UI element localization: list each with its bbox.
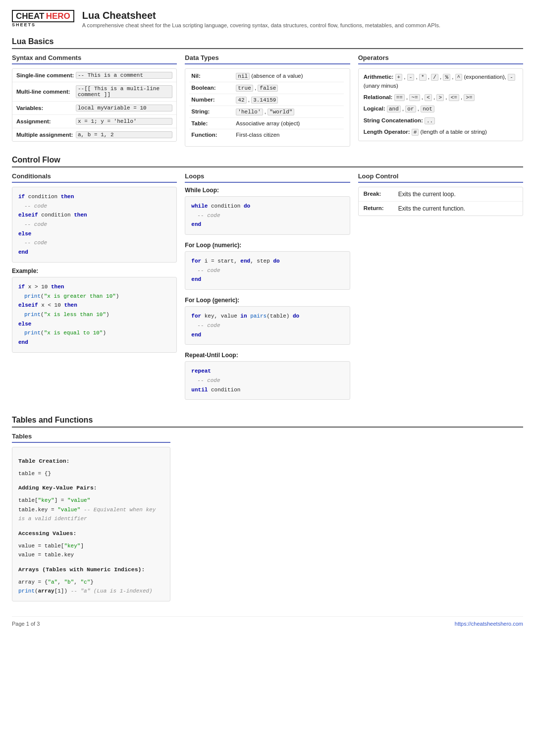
page-title: Lua Cheatsheet bbox=[82, 10, 440, 21]
tables-content: Table Creation: table = {} Adding Key-Va… bbox=[12, 447, 170, 601]
while-code: while condition do -- code end bbox=[185, 196, 350, 235]
for-num-code: for i = start, end, step do -- code end bbox=[185, 251, 350, 290]
syntax-row-multiline: Multi-line comment: --[[ This is a multi… bbox=[12, 82, 176, 102]
dt-number: Number: 42 , 3.14159 bbox=[189, 94, 343, 106]
syntax-comments-label: Syntax and Comments bbox=[12, 54, 177, 64]
op-length: Length Operator: # (length of a table or… bbox=[364, 128, 518, 137]
lua-basics-title: Lua Basics bbox=[12, 37, 523, 49]
loop-control-label: Loop Control bbox=[358, 172, 523, 183]
lua-basics-grid: Syntax and Comments Single-line comment:… bbox=[12, 54, 523, 147]
for-generic-loop: For Loop (generic): for key, value in pa… bbox=[185, 297, 350, 345]
logo-cheat: CHEAT bbox=[16, 11, 44, 21]
while-label: While Loop: bbox=[185, 187, 350, 194]
op-logical: Logical: and , or , not bbox=[364, 105, 518, 113]
logo-hero: HERO bbox=[46, 11, 70, 21]
lc-break: Break: Exits the current loop. bbox=[359, 187, 523, 202]
dt-nil: Nil: nil (absence of a value) bbox=[189, 70, 343, 82]
syntax-comments-col: Syntax and Comments Single-line comment:… bbox=[12, 54, 177, 147]
repeat-loop: Repeat-Until Loop: repeat -- code until … bbox=[185, 352, 350, 400]
loop-control-col: Loop Control Break: Exits the current lo… bbox=[358, 172, 523, 407]
syntax-row-variables: Variables: local myVariable = 10 bbox=[12, 102, 176, 115]
header-text: Lua Cheatsheet A comprehensive cheat she… bbox=[82, 10, 440, 28]
example-label: Example: bbox=[12, 268, 177, 274]
conditionals-col: Conditionals if condition then -- code e… bbox=[12, 172, 177, 407]
page-header: CHEAT HERO SHEETS Lua Cheatsheet A compr… bbox=[12, 10, 523, 28]
op-relational: Relational: == , ~= , < , > , <= , >= bbox=[364, 93, 518, 102]
syntax-table: Single-line comment: -- This is a commen… bbox=[12, 68, 177, 142]
operators-label: Operators bbox=[358, 54, 523, 64]
control-flow-grid: Conditionals if condition then -- code e… bbox=[12, 172, 523, 407]
syntax-row-multiple: Multiple assignment: a, b = 1, 2 bbox=[12, 128, 176, 141]
conditionals-basic-code: if condition then -- code elseif conditi… bbox=[12, 187, 177, 263]
conditionals-example-code: if x > 10 then print("x is greater than … bbox=[12, 277, 177, 353]
dt-function: Function: First-class citizen bbox=[189, 129, 343, 140]
footer-url[interactable]: https://cheatsheetshero.com bbox=[455, 621, 523, 627]
syntax-row-assignment: Assignment: x = 1; y = 'hello' bbox=[12, 115, 176, 128]
data-types-label: Data Types bbox=[185, 54, 350, 64]
tables-main-block: Table Creation: table = {} Adding Key-Va… bbox=[12, 447, 170, 601]
data-types-box: Nil: nil (absence of a value) Boolean: t… bbox=[185, 68, 350, 147]
page-number: Page 1 of 3 bbox=[12, 621, 40, 627]
operators-box: Arithmetic: + , - , * , / , % , ^ (expon… bbox=[358, 68, 523, 141]
for-numeric-loop: For Loop (numeric): for i = start, end, … bbox=[185, 242, 350, 290]
repeat-code: repeat -- code until condition bbox=[185, 361, 350, 400]
loops-label: Loops bbox=[185, 172, 350, 183]
control-flow-title: Control Flow bbox=[12, 156, 523, 167]
dt-table: Table: Associative array (object) bbox=[189, 118, 343, 129]
for-gen-code: for key, value in pairs(table) do -- cod… bbox=[185, 306, 350, 345]
page-footer: Page 1 of 3 https://cheatsheetshero.com bbox=[12, 616, 523, 627]
dt-string: String: 'hello' , "world" bbox=[189, 106, 343, 118]
operators-col: Operators Arithmetic: + , - , * , / , % … bbox=[358, 54, 523, 147]
tables-label: Tables bbox=[12, 432, 170, 443]
logo: CHEAT HERO SHEETS bbox=[12, 10, 74, 27]
while-loop: While Loop: while condition do -- code e… bbox=[185, 187, 350, 235]
op-concat: String Concatenation: .. bbox=[364, 116, 518, 125]
conditionals-label: Conditionals bbox=[12, 172, 177, 183]
logo-sheets: SHEETS bbox=[12, 23, 74, 27]
lc-return: Return: Exits the current function. bbox=[359, 202, 523, 216]
data-types-col: Data Types Nil: nil (absence of a value)… bbox=[185, 54, 350, 147]
for-num-label: For Loop (numeric): bbox=[185, 242, 350, 249]
tables-section: Tables Table Creation: table = {} Adding… bbox=[12, 432, 523, 601]
tables-functions-title: Tables and Functions bbox=[12, 416, 523, 428]
loops-col: Loops While Loop: while condition do -- … bbox=[185, 172, 350, 407]
for-gen-label: For Loop (generic): bbox=[185, 297, 350, 304]
repeat-label: Repeat-Until Loop: bbox=[185, 352, 350, 359]
dt-boolean: Boolean: true , false bbox=[189, 82, 343, 94]
syntax-row-singleline: Single-line comment: -- This is a commen… bbox=[12, 69, 176, 82]
page-subtitle: A comprehensive cheat sheet for the Lua … bbox=[82, 22, 440, 28]
op-arithmetic: Arithmetic: + , - , * , / , % , ^ (expon… bbox=[364, 73, 518, 90]
loop-control-table: Break: Exits the current loop. Return: E… bbox=[358, 187, 523, 216]
